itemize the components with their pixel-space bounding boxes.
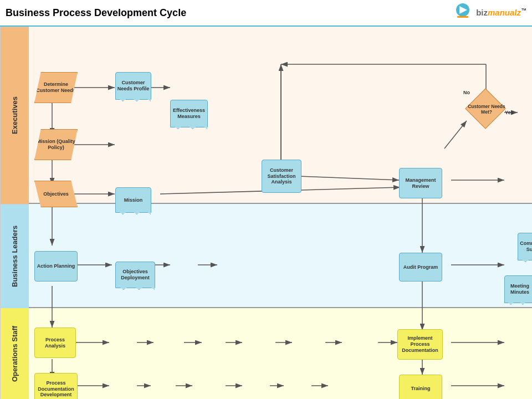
lane-ops-bg (29, 308, 532, 399)
content-area: Executives Business Leaders Operations S… (0, 27, 532, 399)
shape-management-review: Management Review (399, 168, 442, 198)
shape-action-planning: Action Planning (34, 251, 78, 282)
logo-text: bizmanualz™ (476, 7, 526, 18)
svg-rect-2 (457, 16, 468, 18)
shape-determine-customer-needs: Determine Customer Needs (34, 72, 78, 103)
shape-process-documentation-development: Process Documentation Development (34, 373, 78, 399)
no-label: No (461, 89, 472, 96)
shape-audit-program: Audit Program (399, 253, 442, 282)
shape-implement-process-documentation: Implement Process Documentation (397, 329, 443, 360)
shape-customer-needs-profile: Customer Needs Profile (115, 72, 151, 100)
shape-mission-quality-policy: Mission (Quality Policy) (34, 129, 78, 160)
biz-manualz-logo-icon (452, 2, 474, 24)
header: Business Process Development Cycle bizma… (0, 0, 532, 27)
main-container: Business Process Development Cycle bizma… (0, 0, 532, 399)
page-title: Business Process Development Cycle (6, 7, 186, 19)
shape-customer-satisfaction-analysis: Customer Satisfaction Analysis (262, 160, 301, 193)
shape-communicate-success: Communicate Success (518, 233, 532, 260)
shape-training: Training (399, 375, 442, 399)
shape-effectiveness-measures: Effectiveness Measures (170, 100, 208, 127)
yes-label: Yes (503, 109, 516, 116)
swim-labels: Executives Business Leaders Operations S… (0, 27, 29, 399)
shape-objectives: Objectives (34, 181, 78, 207)
shape-meeting-minutes: Meeting Minutes (504, 275, 532, 303)
shape-objectives-deployment: Objectives Deployment (115, 262, 155, 288)
swim-label-business-leaders: Business Leaders (0, 204, 29, 308)
logo-area: bizmanualz™ (452, 2, 526, 24)
shape-process-analysis: Process Analysis (34, 328, 76, 358)
swim-label-operations-staff: Operations Staff (0, 308, 29, 399)
diagram: Determine Customer Needs Customer Needs … (29, 27, 532, 399)
lane-bl-bg (29, 204, 532, 308)
shape-mission: Mission (115, 187, 151, 213)
swim-label-executives: Executives (0, 27, 29, 204)
